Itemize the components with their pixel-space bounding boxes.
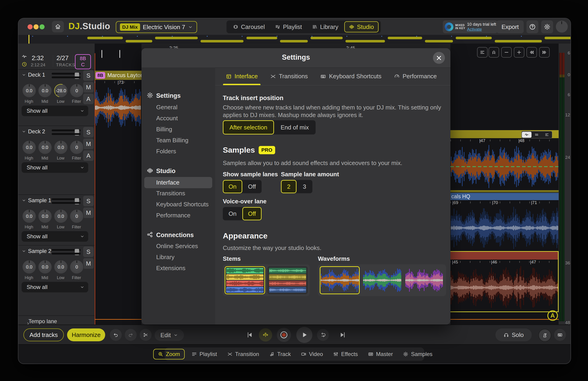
add-tracks-button[interactable]: Add tracks	[23, 328, 64, 341]
vocals-track-header[interactable]: cals HQ	[450, 193, 559, 200]
low-knob[interactable]: -28.0	[54, 83, 68, 98]
nav-item-library[interactable]: Library	[156, 254, 174, 261]
waveform-option-3[interactable]	[404, 266, 444, 294]
snap-magnet-button[interactable]	[488, 47, 499, 58]
low-knob[interactable]: 0.0	[54, 260, 68, 274]
dock-master[interactable]: Master	[365, 349, 396, 359]
zoom-in-button[interactable]	[514, 47, 524, 58]
close-window-button[interactable]	[28, 24, 33, 29]
lines-view-button[interactable]	[542, 132, 552, 138]
cue-marker[interactable]	[102, 50, 102, 58]
deck1-mute-button[interactable]: M	[83, 82, 94, 93]
deck2-volume-slider[interactable]	[52, 129, 81, 135]
deck2-mute-button[interactable]: M	[83, 139, 94, 149]
selected-track-header[interactable]	[450, 252, 558, 260]
left-track-waveform[interactable]	[95, 85, 142, 130]
record-button[interactable]	[277, 328, 291, 342]
voice-over-on[interactable]: On	[223, 207, 242, 220]
undo-button[interactable]	[110, 329, 122, 341]
tab-performance[interactable]: Performance	[394, 67, 437, 85]
sample2-show-filter-select[interactable]: Show all	[21, 282, 88, 292]
deck-track-waveform[interactable]	[450, 143, 559, 190]
waveform-option-2[interactable]	[362, 266, 402, 294]
mix-minimap[interactable]	[18, 35, 570, 44]
timeline-right[interactable]: |47 |48 cals HQ |69 |70 |71 |45 |46 |47 …	[450, 44, 559, 324]
rewind-button[interactable]	[526, 47, 537, 58]
vocals-track-waveform[interactable]	[450, 205, 559, 251]
deck1-header[interactable]: Deck 1	[21, 72, 45, 78]
dock-effects[interactable]: Effects	[330, 349, 361, 359]
show-lanes-off[interactable]: Off	[242, 180, 262, 193]
mid-knob[interactable]: 0.0	[38, 140, 52, 155]
dock-playlist[interactable]: Playlist	[188, 349, 220, 359]
filter-knob[interactable]: 0	[70, 209, 84, 223]
dock-transition[interactable]: Transition	[224, 349, 262, 359]
sample2-header[interactable]: Sample 2	[21, 248, 51, 254]
filter-knob[interactable]: 0	[70, 260, 84, 274]
autogain-badge[interactable]: A	[547, 310, 558, 321]
zoom-out-button[interactable]	[501, 47, 512, 58]
nav-item-folders[interactable]: Folders	[156, 148, 176, 155]
redo-button[interactable]	[125, 329, 137, 341]
waveform-view-button[interactable]	[522, 132, 531, 138]
low-knob[interactable]: 0.0	[54, 140, 68, 155]
project-selector[interactable]: DJ Mix Electric Vision 7	[116, 21, 197, 33]
nav-item-general[interactable]: General	[156, 104, 178, 111]
sample2-solo-button[interactable]: S	[83, 246, 94, 257]
squiggle-view-button[interactable]	[532, 132, 542, 138]
timeline-left[interactable]: 8B Marcus Layton - |73	[95, 44, 142, 324]
tab-studio[interactable]: Studio	[344, 21, 378, 32]
low-knob[interactable]: 0.0	[54, 209, 68, 223]
stems-option-1[interactable]	[225, 266, 265, 294]
close-icon[interactable]	[433, 52, 445, 64]
stems-option-2[interactable]	[267, 266, 308, 294]
settings-button[interactable]	[541, 20, 553, 33]
track-list-button[interactable]	[477, 47, 488, 58]
high-knob[interactable]: 0.0	[22, 260, 36, 274]
mid-knob[interactable]: 0.0	[38, 260, 52, 274]
avatar[interactable]	[556, 21, 568, 33]
lane-amount-3[interactable]: 3	[296, 180, 312, 193]
tab-keyboard-shortcuts[interactable]: Keyboard Shortcuts	[320, 67, 381, 85]
harmonize-button[interactable]: Harmonize	[67, 328, 105, 341]
solo-button[interactable]: Solo	[495, 328, 532, 341]
filter-knob[interactable]: 0	[70, 140, 84, 155]
dock-samples[interactable]: Samples	[400, 349, 436, 359]
skip-to-start-button[interactable]	[245, 330, 255, 340]
minimap-playhead[interactable]	[28, 35, 29, 44]
cue-marker[interactable]	[119, 50, 120, 58]
deck2-solo-button[interactable]: S	[83, 127, 94, 138]
nav-item-billing[interactable]: Billing	[156, 126, 172, 133]
deck2-show-filter-select[interactable]: Show all	[21, 162, 88, 173]
after-selection-option[interactable]: After selection	[223, 120, 274, 135]
loop-button[interactable]	[317, 329, 329, 341]
sample1-mute-button[interactable]: M	[83, 207, 94, 218]
deck2-header[interactable]: Deck 2	[21, 128, 45, 135]
nav-item-online-services[interactable]: Online Services	[156, 243, 198, 250]
tab-library[interactable]: Library	[308, 22, 342, 32]
tab-transitions[interactable]: Transitions	[270, 67, 308, 85]
sample1-solo-button[interactable]: S	[83, 196, 94, 206]
help-button[interactable]	[526, 20, 538, 33]
deck2-autopilot-button[interactable]: A	[83, 150, 94, 161]
skip-to-end-button[interactable]	[338, 330, 348, 340]
deck1-autopilot-button[interactable]: A	[83, 94, 94, 104]
filter-knob[interactable]: 0	[70, 83, 84, 98]
deck1-show-filter-select[interactable]: Show all	[21, 106, 88, 116]
play-button[interactable]	[296, 327, 312, 343]
slider-handle[interactable]	[75, 249, 79, 255]
minimize-window-button[interactable]	[34, 24, 39, 29]
waveform-option-1[interactable]	[320, 266, 360, 294]
tab-carousel[interactable]: Carousel	[229, 22, 269, 32]
dock-zoom[interactable]: Zoom	[153, 349, 185, 360]
show-lanes-on[interactable]: On	[223, 180, 242, 193]
sample1-show-filter-select[interactable]: Show all	[21, 231, 88, 242]
tempo-lane-toggle[interactable]: Tempo lane	[18, 315, 95, 325]
lane-amount-2[interactable]: 2	[281, 180, 296, 193]
dock-video[interactable]: Video	[298, 349, 326, 359]
mid-knob[interactable]: 0.0	[38, 83, 52, 98]
nav-item-interface[interactable]: Interface	[144, 177, 212, 188]
selected-track-waveform[interactable]	[450, 265, 558, 311]
slider-handle[interactable]	[75, 129, 79, 136]
jump-to-playhead-button[interactable]	[259, 328, 272, 341]
